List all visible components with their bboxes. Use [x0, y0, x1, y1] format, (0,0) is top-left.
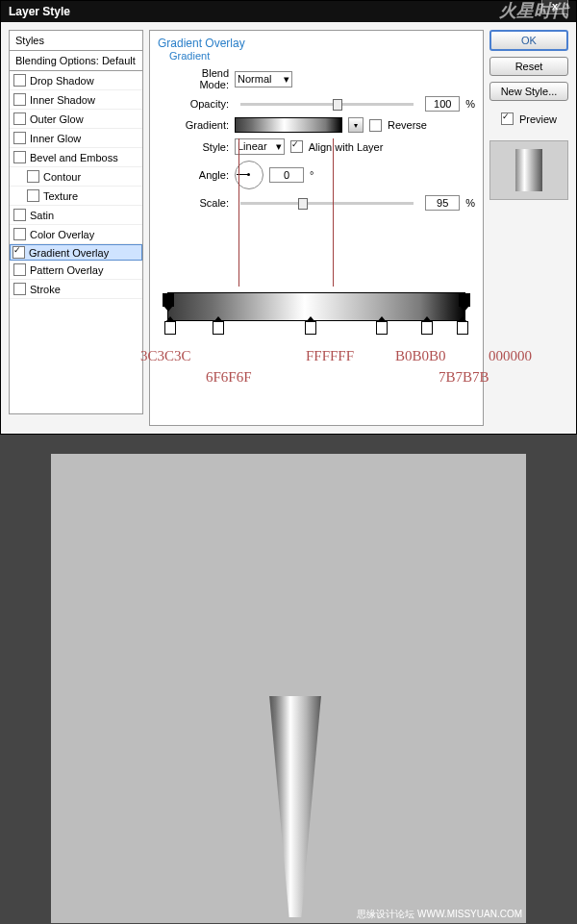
opacity-stop[interactable]: [163, 293, 174, 307]
preview-label: Preview: [519, 113, 557, 125]
metal-shape: [264, 696, 326, 917]
style-item-outer-glow[interactable]: Outer Glow: [10, 110, 142, 129]
blending-options[interactable]: Blending Options: Default: [10, 51, 142, 71]
style-label: Contour: [43, 171, 81, 183]
style-label: Satin: [30, 210, 54, 221]
color-stop[interactable]: [164, 321, 176, 335]
style-label: Inner Glow: [30, 133, 81, 144]
style-label: Texture: [43, 190, 78, 202]
gradient-swatch[interactable]: [235, 117, 342, 133]
opacity-slider[interactable]: [240, 103, 414, 106]
style-checkbox[interactable]: [13, 246, 25, 259]
angle-label: Angle:: [171, 169, 229, 181]
style-checkbox[interactable]: [13, 93, 26, 106]
pct-label: %: [465, 98, 475, 110]
style-checkbox[interactable]: [13, 263, 26, 276]
style-item-gradient-overlay[interactable]: Gradient Overlay: [10, 244, 142, 261]
hex-label: FFFFFF: [306, 348, 354, 364]
titlebar[interactable]: Layer Style x 火星时代: [1, 1, 576, 22]
opacity-input[interactable]: 100: [425, 96, 460, 112]
style-label: Color Overlay: [30, 229, 94, 240]
style-label: Stroke: [30, 284, 61, 295]
style-checkbox[interactable]: [13, 209, 26, 221]
hex-label: 3C3C3C: [140, 348, 191, 364]
layer-style-dialog: Layer Style x 火星时代 Styles Blending Optio…: [0, 0, 577, 435]
reverse-checkbox[interactable]: [369, 119, 382, 132]
style-checkbox[interactable]: [27, 189, 39, 202]
hex-label: 7B7B7B: [439, 369, 489, 386]
gradient-dropdown[interactable]: ▾: [348, 117, 364, 133]
deg-label: °: [310, 169, 314, 181]
hex-label: B0B0B0: [395, 348, 446, 364]
style-checkbox[interactable]: [27, 170, 39, 183]
align-checkbox[interactable]: [290, 140, 303, 153]
preview-checkbox[interactable]: [501, 112, 514, 125]
reset-button[interactable]: Reset: [489, 57, 568, 76]
preview-thumb: [515, 149, 542, 191]
style-label: Pattern Overlay: [30, 264, 103, 276]
canvas-watermark: 思缘设计论坛 WWW.MISSYUAN.COM: [357, 908, 522, 921]
annotation-line: [238, 138, 239, 287]
hex-label: 6F6F6F: [206, 369, 252, 386]
color-stop[interactable]: [457, 321, 468, 335]
gradient-editor: [167, 292, 465, 321]
style-checkbox[interactable]: [13, 228, 26, 240]
style-checkbox[interactable]: [13, 132, 26, 144]
canvas-preview: 思缘设计论坛 WWW.MISSYUAN.COM: [51, 454, 526, 923]
gradient-label: Gradient:: [171, 119, 229, 131]
styles-header[interactable]: Styles: [10, 31, 142, 51]
style-checkbox[interactable]: [13, 74, 26, 87]
style-label: Drop Shadow: [30, 75, 94, 87]
style-item-color-overlay[interactable]: Color Overlay: [10, 225, 142, 244]
style-label: Outer Glow: [30, 113, 84, 125]
reverse-label: Reverse: [388, 119, 427, 131]
style-label: Bevel and Emboss: [30, 152, 118, 163]
blend-mode-label: Blend Mode:: [171, 67, 229, 90]
style-label: Style:: [171, 141, 229, 153]
new-style-button[interactable]: New Style...: [489, 82, 568, 101]
style-select[interactable]: Linear ▾: [235, 138, 285, 155]
ok-button[interactable]: OK: [489, 30, 568, 51]
scale-input[interactable]: 95: [425, 195, 460, 211]
style-item-pattern-overlay[interactable]: Pattern Overlay: [10, 261, 142, 280]
style-item-stroke[interactable]: Stroke: [10, 280, 142, 299]
dialog-title: Layer Style: [9, 5, 70, 18]
style-item-inner-shadow[interactable]: Inner Shadow: [10, 90, 142, 110]
style-label: Inner Shadow: [30, 94, 95, 106]
style-checkbox[interactable]: [13, 112, 26, 125]
angle-input[interactable]: 0: [269, 167, 304, 183]
annotation-line: [333, 138, 334, 287]
style-checkbox[interactable]: [13, 151, 26, 163]
scale-slider[interactable]: [240, 202, 414, 205]
pct-label-2: %: [465, 197, 475, 209]
preview-box: [489, 140, 568, 200]
buttons-panel: OK Reset New Style... Preview: [489, 30, 568, 426]
style-item-satin[interactable]: Satin: [10, 206, 142, 225]
color-stop[interactable]: [305, 321, 316, 335]
styles-panel: Styles Blending Options: Default Drop Sh…: [9, 30, 143, 414]
hex-label: 000000: [489, 348, 532, 364]
scale-label: Scale:: [171, 197, 229, 209]
style-item-bevel-and-emboss[interactable]: Bevel and Emboss: [10, 148, 142, 167]
color-stop[interactable]: [213, 321, 224, 335]
style-item-texture[interactable]: Texture: [10, 187, 142, 206]
color-stop[interactable]: [421, 321, 433, 335]
style-item-inner-glow[interactable]: Inner Glow: [10, 129, 142, 148]
settings-panel: Gradient Overlay Gradient Blend Mode: No…: [149, 30, 484, 426]
color-stop[interactable]: [376, 321, 388, 335]
align-label: Align with Layer: [309, 141, 384, 153]
gradient-track[interactable]: [167, 292, 465, 321]
blend-mode-select[interactable]: Normal ▾: [235, 71, 292, 87]
opacity-label: Opacity:: [171, 98, 229, 110]
style-checkbox[interactable]: [13, 283, 26, 295]
style-item-contour[interactable]: Contour: [10, 167, 142, 187]
style-label: Gradient Overlay: [29, 247, 109, 259]
watermark-logo: 火星时代: [499, 0, 568, 22]
section-subtitle: Gradient: [169, 50, 475, 62]
section-title: Gradient Overlay: [158, 37, 475, 50]
opacity-stop[interactable]: [459, 293, 470, 307]
style-item-drop-shadow[interactable]: Drop Shadow: [10, 71, 142, 90]
